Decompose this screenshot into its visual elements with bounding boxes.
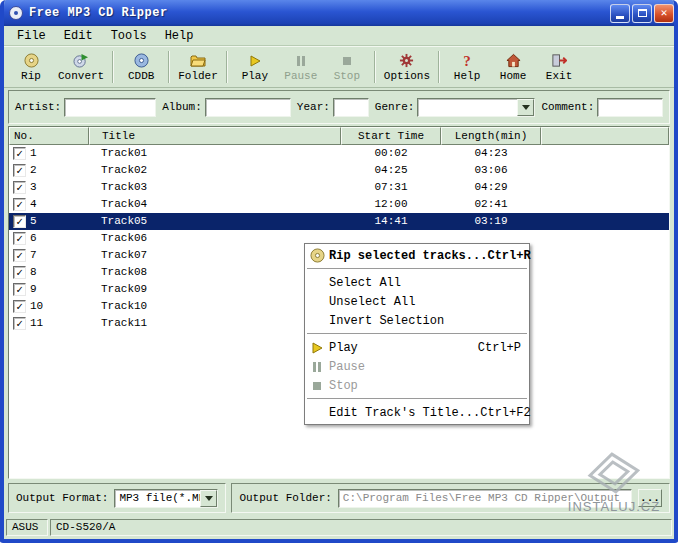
track-checkbox[interactable] [13, 198, 26, 211]
rip-button[interactable]: Rip [8, 48, 54, 86]
options-button[interactable]: Options [380, 48, 434, 86]
context-menu-item-edit-track-s-title[interactable]: Edit Track's Title...Ctrl+F2 [305, 403, 529, 422]
column-header-title[interactable]: Title [89, 127, 341, 145]
context-menu-item-shortcut: Ctrl+P [478, 341, 529, 355]
help-button[interactable]: ?Help [444, 48, 490, 86]
chevron-down-icon[interactable] [200, 490, 217, 507]
status-drive-vendor: ASUS [6, 519, 48, 536]
context-menu-item-unselect-all[interactable]: Unselect All [305, 292, 529, 311]
album-input[interactable] [205, 98, 291, 117]
output-folder-panel: Output Folder: C:\Program Files\Free MP3… [231, 483, 670, 513]
track-number: 2 [30, 162, 37, 179]
track-number: 9 [30, 281, 37, 298]
table-row-track-3[interactable]: 3Track0307:3104:29 [9, 179, 669, 196]
comment-input[interactable] [597, 98, 663, 117]
exit-button[interactable]: Exit [536, 48, 582, 86]
track-checkbox[interactable] [13, 249, 26, 262]
table-row-track-5[interactable]: 5Track0514:4103:19 [9, 213, 669, 230]
stop-button-label: Stop [334, 71, 360, 82]
menu-separator [307, 268, 527, 270]
play-button[interactable]: Play [232, 48, 278, 86]
table-header: No.TitleStart TimeLength(min) [9, 127, 669, 145]
output-format-select[interactable]: MP3 file(*.MP3) [114, 489, 218, 508]
track-checkbox[interactable] [13, 181, 26, 194]
tag-fields-panel: Artist: Album: Year: Genre: Comment: [8, 90, 670, 124]
maximize-button[interactable] [632, 4, 652, 23]
context-menu-item-pause: Pause [305, 357, 529, 376]
track-number: 7 [30, 247, 37, 264]
genre-select[interactable] [417, 98, 535, 117]
column-header-length-min[interactable]: Length(min) [441, 127, 541, 145]
track-start-time: 14:41 [341, 213, 441, 230]
title-bar: Free MP3 CD Ripper [0, 0, 678, 26]
folder-icon [190, 53, 206, 69]
home-button-label: Home [500, 71, 526, 82]
menu-item-file[interactable]: File [8, 27, 55, 45]
table-row-track-4[interactable]: 4Track0412:0002:41 [9, 196, 669, 213]
context-menu-item-select-all[interactable]: Select All [305, 273, 529, 292]
track-checkbox[interactable] [13, 300, 26, 313]
browse-button[interactable]: ... [638, 489, 662, 507]
artist-field-group: Artist: [15, 98, 156, 117]
svg-text:?: ? [463, 53, 471, 68]
track-checkbox[interactable] [13, 232, 26, 245]
track-checkbox[interactable] [13, 317, 26, 330]
chevron-down-icon[interactable] [517, 99, 534, 116]
cddb-icon [134, 53, 149, 69]
track-number-cell: 8 [9, 264, 89, 281]
track-number-cell: 11 [9, 315, 89, 332]
column-header-no[interactable]: No. [9, 127, 89, 145]
home-button[interactable]: Home [490, 48, 536, 86]
pause-button: Pause [278, 48, 324, 86]
rip-icon [24, 53, 39, 69]
year-input[interactable] [333, 98, 369, 117]
close-button[interactable] [654, 4, 674, 23]
album-label: Album: [162, 101, 202, 113]
context-menu-item-rip-selected-tracks[interactable]: Rip selected tracks...Ctrl+R [305, 246, 529, 265]
artist-input[interactable] [64, 98, 156, 117]
cddb-button-label: CDDB [128, 71, 154, 82]
menu-item-help[interactable]: Help [156, 27, 203, 45]
track-checkbox[interactable] [13, 283, 26, 296]
convert-button[interactable]: Convert [54, 48, 108, 86]
minimize-button[interactable] [610, 4, 630, 23]
context-menu: Rip selected tracks...Ctrl+RSelect AllUn… [304, 243, 530, 425]
track-checkbox[interactable] [13, 215, 26, 228]
table-row-track-1[interactable]: 1Track0100:0204:23 [9, 145, 669, 162]
track-checkbox[interactable] [13, 147, 26, 160]
play-icon [305, 341, 329, 355]
app-icon [8, 5, 24, 21]
menu-item-edit[interactable]: Edit [55, 27, 102, 45]
track-number: 11 [30, 315, 43, 332]
pause-icon [305, 360, 329, 374]
track-number: 6 [30, 230, 37, 247]
context-menu-item-label: Unselect All [329, 295, 521, 309]
track-checkbox[interactable] [13, 266, 26, 279]
track-title: Track02 [89, 162, 341, 179]
track-number-cell: 9 [9, 281, 89, 298]
track-number: 10 [30, 298, 43, 315]
year-label: Year: [297, 101, 330, 113]
menu-separator [307, 333, 527, 335]
cddb-button[interactable]: CDDB [118, 48, 164, 86]
track-title: Track01 [89, 145, 341, 162]
pause-button-label: Pause [284, 71, 317, 82]
artist-label: Artist: [15, 101, 61, 113]
track-number-cell: 10 [9, 298, 89, 315]
context-menu-item-play[interactable]: PlayCtrl+P [305, 338, 529, 357]
home-icon [506, 53, 521, 69]
stop-icon [305, 379, 329, 393]
menu-bar: FileEditToolsHelp [4, 26, 674, 46]
table-row-track-2[interactable]: 2Track0204:2503:06 [9, 162, 669, 179]
folder-button[interactable]: Folder [174, 48, 222, 86]
toolbar-separator [226, 51, 228, 83]
menu-item-tools[interactable]: Tools [102, 27, 156, 45]
window-controls [610, 4, 674, 23]
track-checkbox[interactable] [13, 164, 26, 177]
status-bar: ASUS CD-S520/A [4, 517, 674, 539]
genre-label: Genre: [375, 101, 415, 113]
context-menu-item-invert-selection[interactable]: Invert Selection [305, 311, 529, 330]
folder-button-label: Folder [178, 71, 218, 82]
output-bar: Output Format: MP3 file(*.MP3) Output Fo… [4, 479, 674, 517]
column-header-start-time[interactable]: Start Time [341, 127, 441, 145]
